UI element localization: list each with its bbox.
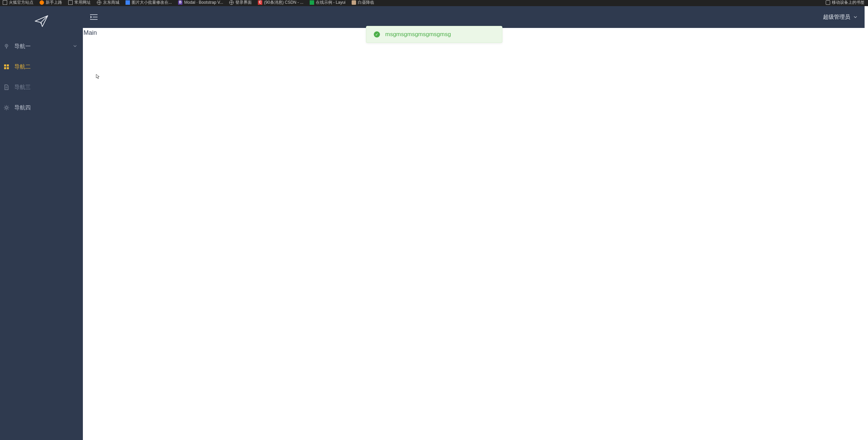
bookmark-item[interactable]: 新手上路 bbox=[40, 0, 62, 5]
page-icon bbox=[68, 0, 73, 5]
svg-rect-5 bbox=[7, 67, 9, 69]
topbar: 超级管理员 bbox=[83, 6, 865, 28]
sidebar: 导航一 导航二 导航三 导航四 bbox=[0, 6, 83, 440]
bookmark-label: 图片大小批量修改在... bbox=[132, 0, 172, 5]
logo bbox=[0, 6, 83, 36]
bookmark-label: (90条消息) CSDN - ... bbox=[264, 0, 303, 5]
check-circle-icon: ✓ bbox=[374, 31, 380, 37]
sidebar-item-label: 导航二 bbox=[14, 63, 31, 71]
bookmark-label: 京东商城 bbox=[103, 0, 119, 5]
mouse-cursor-icon bbox=[96, 74, 100, 79]
sidebar-collapse-button[interactable] bbox=[83, 6, 105, 28]
bookmark-item[interactable]: 在线示例 - Layui bbox=[310, 0, 345, 5]
bookmark-item[interactable]: 京东商城 bbox=[97, 0, 119, 5]
document-icon bbox=[3, 84, 10, 90]
bootstrap-icon: B bbox=[178, 0, 182, 5]
bookmark-label: 新手上路 bbox=[46, 0, 62, 5]
user-menu[interactable]: 超级管理员 bbox=[823, 6, 857, 28]
svg-point-6 bbox=[5, 107, 8, 109]
bookmark-item[interactable]: C (90条消息) CSDN - ... bbox=[258, 0, 303, 5]
bookmark-item[interactable]: 白昼降临 bbox=[352, 0, 374, 5]
admin-app: 导航一 导航二 导航三 导航四 bbox=[0, 6, 868, 440]
svg-point-1 bbox=[6, 45, 7, 46]
bookmark-item[interactable]: 登录界面 bbox=[229, 0, 252, 5]
svg-rect-4 bbox=[4, 67, 6, 69]
toast-message: msgmsgmsgmsgmsgmsg bbox=[385, 31, 451, 38]
sidebar-item-nav1[interactable]: 导航一 bbox=[0, 36, 83, 57]
bookmark-item[interactable]: B Modal · Bootstrap V... bbox=[178, 0, 223, 5]
grid-icon bbox=[3, 64, 10, 70]
sidebar-item-nav2[interactable]: 导航二 bbox=[0, 57, 83, 77]
svg-line-13 bbox=[5, 109, 5, 110]
pin-icon bbox=[3, 43, 10, 49]
bookmark-label: 白昼降临 bbox=[358, 0, 374, 5]
bookmark-mobile[interactable]: 移动设备上的书签 bbox=[826, 0, 865, 5]
bookmark-label: 在线示例 - Layui bbox=[316, 0, 345, 5]
svg-line-11 bbox=[5, 106, 5, 107]
svg-rect-3 bbox=[7, 64, 9, 66]
gear-icon bbox=[3, 105, 10, 111]
bookmark-label: 常用网址 bbox=[74, 0, 91, 5]
sidebar-item-nav3[interactable]: 导航三 bbox=[0, 77, 83, 97]
sidebar-item-label: 导航三 bbox=[14, 84, 31, 91]
svg-rect-2 bbox=[4, 64, 6, 66]
success-toast: ✓ msgmsgmsgmsgmsgmsg bbox=[366, 26, 502, 43]
layui-icon bbox=[310, 0, 314, 5]
content-area: Main bbox=[83, 28, 865, 440]
page-icon bbox=[3, 0, 7, 5]
mobile-device-icon bbox=[826, 0, 830, 5]
collapse-icon bbox=[90, 14, 98, 20]
bookmark-label: 移动设备上的书签 bbox=[832, 0, 865, 5]
sidebar-item-label: 导航四 bbox=[14, 104, 31, 111]
csdn-icon: C bbox=[258, 0, 262, 5]
bookmark-item[interactable]: 图片大小批量修改在... bbox=[126, 0, 172, 5]
browser-bookmark-bar: 火狐官方站点 新手上路 常用网址 京东商城 图片大小批量修改在... B Mod… bbox=[0, 0, 868, 6]
user-label: 超级管理员 bbox=[823, 14, 850, 21]
sidebar-item-label: 导航一 bbox=[14, 43, 31, 50]
bookmark-item[interactable]: 火狐官方站点 bbox=[3, 0, 33, 5]
bookmark-item[interactable]: 常用网址 bbox=[68, 0, 91, 5]
globe-icon bbox=[229, 0, 234, 5]
chevron-down-icon bbox=[854, 14, 857, 20]
main-panel: 超级管理员 Main bbox=[83, 6, 865, 440]
bookmark-label: Modal · Bootstrap V... bbox=[184, 0, 223, 5]
globe-icon bbox=[97, 0, 101, 5]
sidebar-item-nav4[interactable]: 导航四 bbox=[0, 97, 83, 118]
bookmark-label: 火狐官方站点 bbox=[9, 0, 33, 5]
site-icon bbox=[352, 0, 356, 5]
firefox-icon bbox=[40, 0, 44, 5]
chevron-down-icon bbox=[73, 44, 77, 49]
bookmark-label: 登录界面 bbox=[235, 0, 252, 5]
paper-plane-icon bbox=[34, 14, 49, 29]
image-icon bbox=[126, 0, 130, 5]
svg-line-12 bbox=[8, 109, 9, 110]
svg-line-14 bbox=[8, 106, 9, 107]
